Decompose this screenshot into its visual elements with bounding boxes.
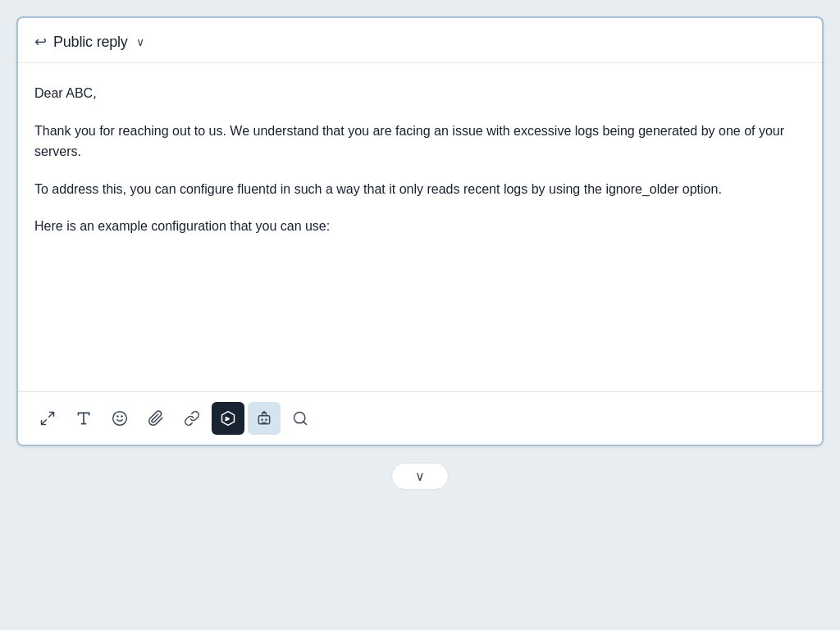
search-button[interactable] [284, 402, 317, 435]
text-format-button[interactable] [67, 402, 100, 435]
ai-assistant-icon [256, 410, 272, 427]
attach-button[interactable] [139, 402, 172, 435]
reply-toolbar: > [18, 392, 822, 445]
code-button[interactable]: > [212, 402, 244, 435]
svg-point-0 [113, 412, 127, 426]
svg-point-7 [265, 418, 267, 421]
outer-container: ↩ Public reply ∨ Dear ABC, Thank you for… [0, 0, 840, 630]
emoji-icon [112, 410, 128, 427]
link-icon [184, 410, 200, 427]
reply-header: ↩ Public reply ∨ [18, 18, 822, 63]
body-paragraph-3: Here is an example configuration that yo… [34, 216, 806, 237]
code-icon: > [220, 410, 236, 427]
text-icon [75, 410, 92, 427]
svg-point-6 [261, 418, 263, 421]
emoji-button[interactable] [103, 402, 136, 435]
link-button[interactable] [176, 402, 208, 435]
reply-icon: ↩ [34, 33, 47, 51]
expand-button[interactable] [31, 402, 64, 435]
greeting-text: Dear ABC, [34, 83, 806, 104]
chevron-down-icon[interactable]: ∨ [136, 35, 144, 48]
reply-body: Dear ABC, Thank you for reaching out to … [18, 63, 822, 391]
reply-title: Public reply [53, 34, 128, 51]
body-paragraph-2: To address this, you can configure fluen… [34, 179, 806, 200]
collapse-icon: ∨ [415, 469, 425, 483]
reply-card: ↩ Public reply ∨ Dear ABC, Thank you for… [16, 16, 824, 446]
attach-icon [148, 410, 164, 427]
body-paragraph-1: Thank you for reaching out to us. We und… [34, 121, 806, 162]
collapse-button[interactable]: ∨ [391, 463, 449, 490]
search-icon [292, 410, 308, 427]
expand-icon [39, 410, 56, 427]
svg-point-9 [263, 411, 265, 413]
ai-button[interactable] [248, 402, 281, 435]
svg-line-11 [304, 422, 307, 425]
svg-text:>: > [226, 415, 230, 422]
collapse-area: ∨ [16, 446, 824, 501]
